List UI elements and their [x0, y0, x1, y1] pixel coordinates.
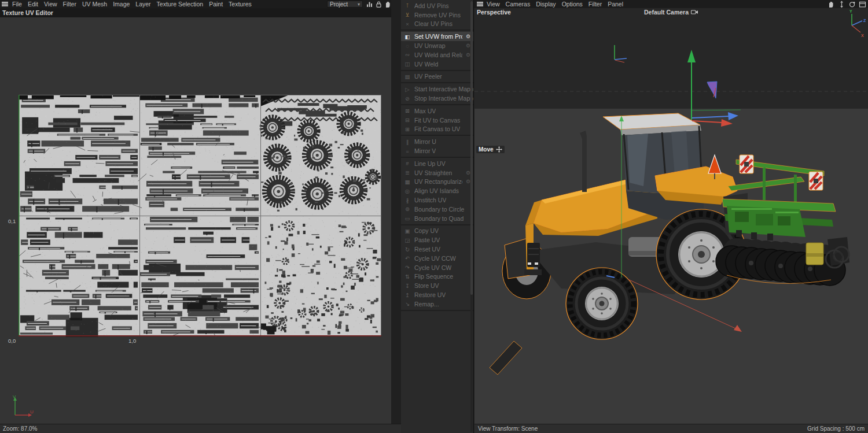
viewport-menu-view[interactable]: View [484, 0, 503, 8]
mirror-u-icon: ∥ [404, 139, 411, 145]
cmd-uv-weld-and-relax[interactable]: ∾UV Weld and Relax⚙ [401, 50, 473, 60]
viewport-menu-cameras[interactable]: Cameras [503, 0, 534, 8]
cmd-paste-uv[interactable]: ◲Paste UV [401, 235, 473, 245]
menu-uv-mesh[interactable]: UV Mesh [79, 0, 110, 8]
uv-unwrap-icon: ◌ [404, 43, 411, 49]
cmd-add-uv-pins[interactable]: ⊺Add UV Pins [401, 1, 473, 10]
cmd-remap[interactable]: ↘Remap... [401, 299, 473, 309]
cmd-label: Mirror U [414, 138, 436, 145]
panel-splitter[interactable] [391, 0, 401, 433]
cmd-label: UV Straighten [414, 169, 452, 176]
uv-straighten-icon: ≣ [404, 169, 411, 176]
viewport-menu-display[interactable]: Display [533, 0, 558, 8]
boundary-to-quad-icon: ▭ [404, 215, 411, 221]
viewport-view-label: Perspective [477, 9, 511, 16]
paste-uv-icon: ◲ [404, 237, 411, 243]
menu-paint[interactable]: Paint [206, 0, 226, 8]
menu-textures[interactable]: Textures [226, 0, 255, 8]
uv-command-panel: ⊺Add UV Pins⊻Remove UV Pins×Clear UV Pin… [401, 0, 474, 433]
chevron-down-icon: ▾ [358, 2, 360, 7]
cmd-copy-uv[interactable]: ▣Copy UV [401, 227, 473, 236]
cmd-uv-rectangularize[interactable]: ▦UV Rectangularize⚙ [401, 177, 473, 187]
uv-weld-and-relax-icon: ∾ [404, 51, 411, 58]
cmd-boundary-to-circle[interactable]: ⊚Boundary to Circle [401, 205, 473, 214]
project-dropdown[interactable]: Project ▾ [327, 1, 363, 8]
hamburger-menu-icon[interactable] [2, 2, 8, 7]
menu-file[interactable]: File [9, 0, 25, 8]
cmd-label: Start Interactive Mapping [414, 86, 473, 92]
histogram-icon[interactable] [366, 1, 373, 8]
menu-layer[interactable]: Layer [133, 0, 153, 8]
cmd-boundary-to-quad[interactable]: ▭Boundary to Quad [401, 214, 473, 223]
stop-interactive-mapping-icon: ⊘ [404, 95, 411, 102]
cmd-align-uv-islands[interactable]: ◎Align UV Islands [401, 186, 473, 195]
cmd-cycle-uv-cw[interactable]: ↷Cycle UV CW [401, 263, 473, 272]
dolly-icon[interactable] [838, 1, 845, 8]
cmd-reset-uv[interactable]: ↻Reset UV [401, 245, 473, 254]
page-title: Texture UV Editor [2, 9, 53, 16]
boundary-to-circle-icon: ⊚ [404, 206, 411, 212]
cmd-label: Line Up UV [414, 160, 446, 167]
tool-label: Move [479, 146, 494, 153]
menu-edit[interactable]: Edit [25, 0, 41, 8]
cmd-restore-uv[interactable]: ↥Restore UV [401, 290, 473, 299]
hamburger-menu-icon[interactable] [477, 2, 483, 7]
options-gear-icon[interactable]: ⚙ [466, 43, 470, 49]
cmd-mirror-v[interactable]: =Mirror V [401, 146, 473, 156]
viewport-menu-filter[interactable]: Filter [586, 0, 605, 8]
cmd-start-interactive-mapping[interactable]: ▷Start Interactive Mapping [401, 84, 473, 94]
cmd-label: Boundary to Circle [414, 206, 464, 213]
cmd-unstitch-uv[interactable]: ∦Unstitch UV [401, 195, 473, 205]
menu-texture-selection[interactable]: Texture Selection [154, 0, 207, 8]
uv-rectangularize-icon: ▦ [404, 179, 411, 185]
lock-icon[interactable] [375, 1, 382, 8]
unstitch-uv-icon: ∦ [404, 197, 411, 203]
viewport-nav-icons [827, 0, 866, 8]
orbit-icon[interactable] [848, 1, 856, 8]
max-uv-icon: ⊠ [404, 108, 411, 114]
cmd-label: Flip Sequence [414, 273, 453, 280]
cmd-label: Cycle UV CCW [414, 255, 456, 262]
cmd-set-uvw-from-projection[interactable]: ◧Set UVW from Projection⚙ [401, 32, 473, 41]
default-camera-button[interactable]: Default Camera [644, 9, 698, 16]
options-gear-icon[interactable]: ⚙ [466, 170, 470, 176]
cmd-stop-interactive-mapping[interactable]: ⊘Stop Interactive Mapping [401, 94, 473, 103]
menu-image[interactable]: Image [110, 0, 133, 8]
cmd-uv-weld[interactable]: ◫UV Weld [401, 60, 473, 69]
uv-editor-area[interactable]: 0,1 0,0 1,0 V U [0, 17, 391, 424]
cmd-label: Align UV Islands [414, 187, 459, 194]
copy-uv-icon: ▣ [404, 228, 411, 234]
add-uv-pins-icon: ⊺ [404, 2, 411, 9]
cmd-cycle-uv-ccw[interactable]: ↶Cycle UV CCW [401, 254, 473, 263]
perspective-viewport[interactable]: ViewCamerasDisplayOptionsFilterPanel Per… [475, 0, 868, 424]
cmd-uv-straighten[interactable]: ≣UV Straighten⚙ [401, 168, 473, 177]
layout-toggle-icon[interactable] [859, 1, 866, 8]
viewport-menu-options[interactable]: Options [559, 0, 586, 8]
options-gear-icon[interactable]: ⚙ [466, 52, 470, 58]
cmd-mirror-u[interactable]: ∥Mirror U [401, 137, 473, 146]
cmd-uv-unwrap[interactable]: ◌UV Unwrap⚙ [401, 41, 473, 50]
cmd-flip-sequence[interactable]: ⇅Flip Sequence [401, 272, 473, 282]
scrollbar-thumb[interactable] [470, 1, 473, 295]
viewport-menu-panel[interactable]: Panel [605, 0, 626, 8]
cmd-line-up-uv[interactable]: #Line Up UV [401, 159, 473, 168]
options-gear-icon[interactable]: ⚙ [466, 34, 470, 39]
uv-editor-statusbar: Zoom: 87.0% [0, 424, 401, 433]
uv-canvas[interactable] [19, 95, 381, 337]
zoom-status: Zoom: 87.0% [3, 425, 37, 432]
pan-hand-icon[interactable] [827, 1, 835, 8]
align-uv-islands-icon: ◎ [404, 188, 411, 194]
options-gear-icon[interactable]: ⚙ [466, 179, 470, 184]
cmd-fit-uv-to-canvas[interactable]: ⊟Fit UV to Canvas [401, 116, 473, 125]
cmd-clear-uv-pins[interactable]: ×Clear UV Pins [401, 20, 473, 29]
menu-filter[interactable]: Filter [60, 0, 79, 8]
grid-spacing-status: Grid Spacing : 500 cm [807, 424, 865, 433]
command-panel-scrollbar[interactable] [470, 1, 473, 432]
cmd-max-uv[interactable]: ⊠Max UV [401, 106, 473, 116]
cmd-uv-peeler[interactable]: ▤UV Peeler [401, 72, 473, 82]
cmd-label: UV Weld [414, 61, 438, 68]
cmd-fit-canvas-to-uv[interactable]: ⊞Fit Canvas to UV [401, 125, 473, 134]
cmd-store-uv[interactable]: ↧Store UV [401, 281, 473, 290]
cmd-remove-uv-pins[interactable]: ⊻Remove UV Pins [401, 10, 473, 20]
menu-view[interactable]: View [41, 0, 60, 8]
